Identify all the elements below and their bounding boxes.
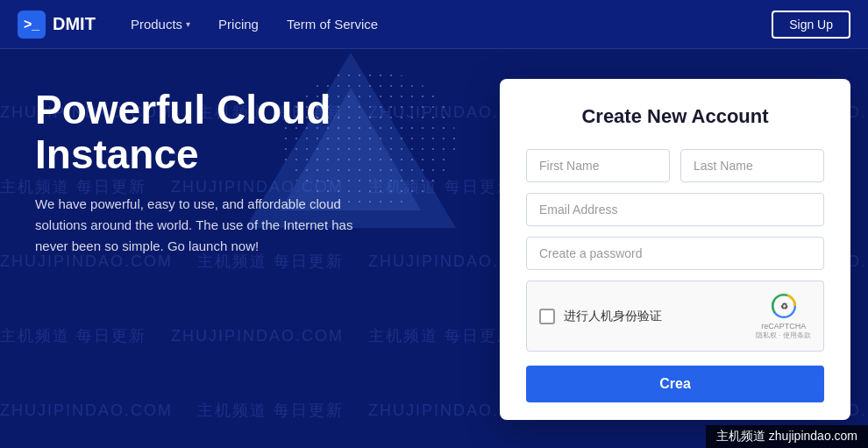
password-input[interactable] — [526, 237, 824, 270]
signup-button[interactable]: Sign Up — [772, 11, 850, 39]
hero-section: Powerful Cloud Instance We have powerful… — [18, 70, 473, 274]
logo[interactable]: >_ DMIT — [18, 11, 96, 39]
hero-title: Powerful Cloud Instance — [35, 88, 456, 176]
nav-item-products[interactable]: Products ▾ — [131, 17, 190, 32]
create-account-button[interactable]: Crea — [526, 366, 824, 402]
recaptcha-links: 隐私权 · 使用条款 — [756, 331, 811, 340]
email-group — [526, 193, 824, 226]
recaptcha-label: 进行人机身份验证 — [564, 309, 662, 324]
recaptcha-brand-label: reCAPTCHA — [756, 322, 811, 331]
logo-icon: >_ — [18, 11, 46, 39]
nav-item-terms[interactable]: Term of Service — [287, 17, 378, 32]
nav-item-pricing[interactable]: Pricing — [218, 17, 259, 32]
first-name-input[interactable] — [526, 149, 670, 182]
pricing-label: Pricing — [218, 17, 259, 32]
logo-text: DMIT — [53, 14, 96, 34]
last-name-input[interactable] — [680, 149, 824, 182]
navbar: >_ DMIT Products ▾ Pricing Term of Servi… — [0, 0, 868, 49]
create-account-form: Create New Account 进行人机身份验证 ♻ — [500, 79, 850, 420]
bottom-watermark: 主机频道 zhujipindao.com — [706, 425, 868, 448]
nav-items: Products ▾ Pricing Term of Service — [131, 17, 772, 32]
password-group — [526, 237, 824, 270]
products-label: Products — [131, 17, 182, 32]
email-input[interactable] — [526, 193, 824, 226]
recaptcha-widget[interactable]: 进行人机身份验证 ♻ reCAPTCHA 隐私权 · 使用条款 — [526, 281, 824, 352]
recaptcha-right: ♻ reCAPTCHA 隐私权 · 使用条款 — [756, 292, 811, 340]
terms-label: Term of Service — [287, 17, 378, 32]
recaptcha-logo: ♻ — [756, 292, 811, 320]
recaptcha-left: 进行人机身份验证 — [539, 309, 662, 324]
recaptcha-spinner-icon: ♻ — [770, 292, 798, 320]
name-row — [526, 149, 824, 182]
chevron-down-icon: ▾ — [186, 19, 190, 29]
svg-text:♻: ♻ — [779, 302, 787, 311]
hero-description: We have powerful, easy to use, and affor… — [35, 194, 368, 257]
recaptcha-checkbox[interactable] — [539, 309, 555, 324]
form-title: Create New Account — [526, 105, 824, 128]
